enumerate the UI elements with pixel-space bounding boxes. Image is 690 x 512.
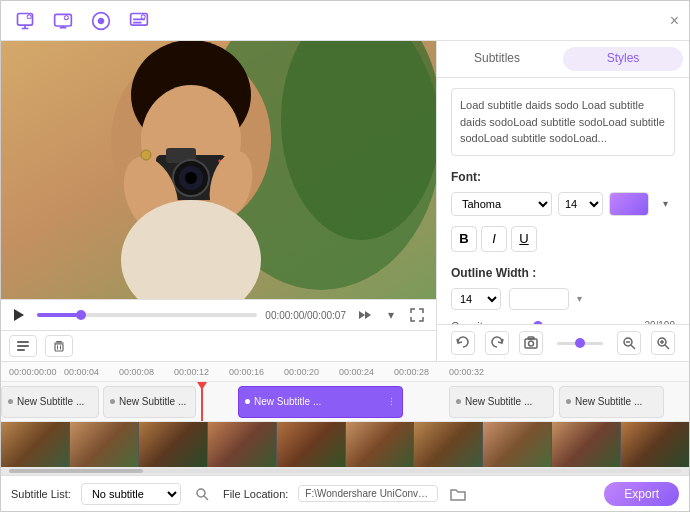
file-path: F:\Wondershare UniConverte... <box>298 485 438 502</box>
undo-button[interactable] <box>451 331 475 355</box>
thumb-frame-3 <box>208 422 277 467</box>
timeline-area: 00:00:00:00 00:00:04 00:00:08 00:00:12 0… <box>1 361 689 475</box>
video-frame: ♥ <box>1 41 436 299</box>
thumb-frame-5 <box>346 422 415 467</box>
subtitle-track: New Subtitle ... New Subtitle ... New Su… <box>1 382 689 422</box>
svg-rect-25 <box>17 341 29 343</box>
panel-tabs: Subtitles Styles <box>437 41 689 78</box>
edit-toolbar <box>1 330 436 361</box>
panel-content: Load subtitle daids sodo Load subtitle d… <box>437 78 689 324</box>
zoom-out-button[interactable] <box>617 331 641 355</box>
subtitle-chip-0[interactable]: New Subtitle ... <box>1 386 99 418</box>
svg-line-37 <box>631 345 635 349</box>
svg-marker-23 <box>359 311 365 319</box>
font-label: Font: <box>451 170 675 184</box>
thumb-frame-7 <box>483 422 552 467</box>
tab-styles[interactable]: Styles <box>563 47 683 71</box>
time-mark-7: 00:00:28 <box>394 367 449 377</box>
svg-rect-27 <box>17 349 25 351</box>
font-color-button[interactable] <box>609 192 649 216</box>
video-preview: ♥ <box>1 41 436 299</box>
format-row: B I U <box>451 226 675 252</box>
time-mark-2: 00:00:08 <box>119 367 174 377</box>
svg-point-21 <box>141 150 151 160</box>
add-media-icon[interactable] <box>11 7 39 35</box>
italic-button[interactable]: I <box>481 226 507 252</box>
playhead-head <box>197 382 207 390</box>
record-icon[interactable] <box>87 7 115 35</box>
timeline-scrollbar[interactable] <box>1 467 689 475</box>
font-family-select[interactable]: Tahoma <box>451 192 552 216</box>
thumb-frame-9 <box>621 422 689 467</box>
subtitle-chip-1[interactable]: New Subtitle ... <box>103 386 196 418</box>
video-controls: 00:00:00/00:00:07 ▾ <box>1 299 436 330</box>
time-mark-6: 00:00:24 <box>339 367 394 377</box>
time-ruler: 00:00:00:00 00:00:04 00:00:08 00:00:12 0… <box>1 362 689 382</box>
add-subtitle-icon[interactable] <box>125 7 153 35</box>
svg-marker-24 <box>365 311 371 319</box>
fullscreen-icon[interactable] <box>406 304 428 326</box>
control-icons: ▾ <box>354 304 428 326</box>
svg-point-34 <box>529 341 534 346</box>
screenshot-button[interactable] <box>519 331 543 355</box>
main-content: ♥ <box>1 41 689 361</box>
subtitle-list-select[interactable]: No subtitle <box>81 483 181 505</box>
video-area: ♥ <box>1 41 436 361</box>
playhead <box>201 382 203 421</box>
svg-rect-26 <box>17 345 29 347</box>
svg-line-40 <box>665 345 669 349</box>
outline-width-select[interactable]: 14 <box>451 288 501 310</box>
outline-row: 14 ▾ <box>451 288 675 310</box>
time-mark-4: 00:00:16 <box>229 367 284 377</box>
thumbnail-strip <box>1 422 689 467</box>
svg-rect-28 <box>56 341 62 343</box>
bottom-bar: Subtitle List: No subtitle File Location… <box>1 475 689 511</box>
delete-btn[interactable] <box>45 335 73 357</box>
subtitle-chip-3[interactable]: New Subtitle ... <box>449 386 554 418</box>
search-button[interactable] <box>191 483 213 505</box>
tab-subtitles[interactable]: Subtitles <box>437 41 557 77</box>
volume-icon[interactable]: ▾ <box>380 304 402 326</box>
time-mark-3: 00:00:12 <box>174 367 229 377</box>
time-display: 00:00:00/00:00:07 <box>265 310 346 321</box>
subtitle-text-btn[interactable] <box>9 335 37 357</box>
time-slider[interactable] <box>37 313 257 317</box>
add-screen-icon[interactable] <box>49 7 77 35</box>
right-panel: Subtitles Styles Load subtitle daids sod… <box>436 41 689 361</box>
svg-rect-2 <box>55 14 72 26</box>
subtitle-chip-4[interactable]: New Subtitle ... <box>559 386 664 418</box>
underline-button[interactable]: U <box>511 226 537 252</box>
speed-icon[interactable] <box>354 304 376 326</box>
more-options-button[interactable]: ▾ <box>655 192 675 216</box>
time-mark-0: 00:00:00:00 <box>9 367 64 377</box>
thumb-frame-4 <box>277 422 346 467</box>
time-mark-1: 00:00:04 <box>64 367 119 377</box>
svg-marker-22 <box>14 309 24 321</box>
file-location-label: File Location: <box>223 488 288 500</box>
play-button[interactable] <box>9 305 29 325</box>
zoom-in-button[interactable] <box>651 331 675 355</box>
outline-label: Outline Width : <box>451 266 675 280</box>
svg-rect-29 <box>54 343 64 344</box>
subtitle-chip-2[interactable]: New Subtitle ... ⋮ <box>238 386 403 418</box>
svg-point-43 <box>197 489 205 497</box>
svg-point-16 <box>185 172 197 184</box>
thumb-frame-6 <box>414 422 483 467</box>
thumb-frame-0 <box>1 422 70 467</box>
font-size-select[interactable]: 14 <box>558 192 603 216</box>
folder-icon[interactable] <box>448 484 468 504</box>
outline-color-button[interactable] <box>509 288 569 310</box>
subtitle-list-label: Subtitle List: <box>11 488 71 500</box>
redo-button[interactable] <box>485 331 509 355</box>
time-mark-5: 00:00:20 <box>284 367 339 377</box>
time-mark-8: 00:00:32 <box>449 367 504 377</box>
bold-button[interactable]: B <box>451 226 477 252</box>
svg-rect-30 <box>55 344 63 351</box>
svg-rect-35 <box>528 337 534 339</box>
toolbar: × <box>1 1 689 41</box>
svg-line-44 <box>204 496 208 500</box>
outline-dropdown[interactable]: ▾ <box>577 293 582 304</box>
close-button[interactable]: × <box>670 12 679 30</box>
action-row <box>437 324 689 361</box>
export-button[interactable]: Export <box>604 482 679 506</box>
